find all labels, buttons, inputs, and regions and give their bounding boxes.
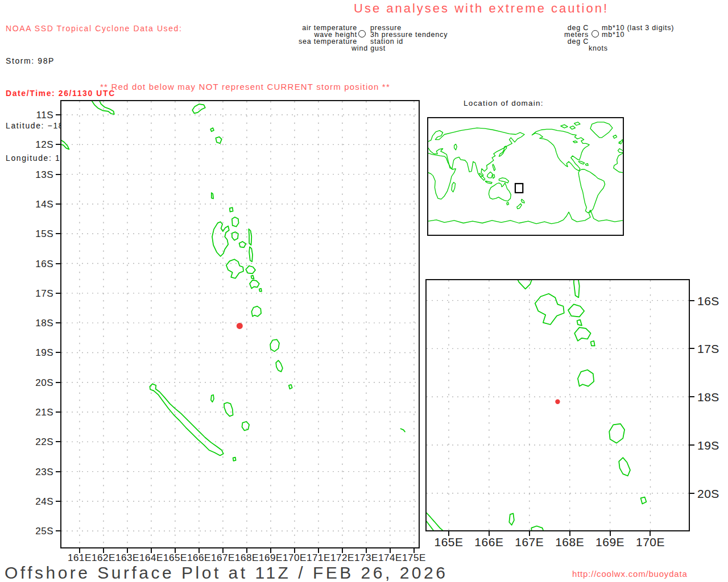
main-map-ytick (56, 263, 60, 264)
coastline-gaua (232, 232, 238, 240)
main-map-xtick-label: 166E (187, 552, 212, 564)
main-map-ytick (56, 382, 60, 383)
coastline-efate (578, 370, 594, 386)
coastline-rennell (61, 140, 69, 149)
storm-position-dot (555, 399, 560, 404)
units-circle-icon (592, 30, 599, 38)
main-map-xtick-label: 161E (67, 552, 92, 564)
main-map-ytick-label: 25S (27, 526, 53, 537)
world-inset-title: Location of domain: (464, 99, 544, 107)
world-coastline-japan (499, 146, 506, 156)
main-map-ytick-label: 12S (27, 139, 53, 151)
world-coastline-cuba (578, 161, 585, 164)
zoom-map-ytick (690, 300, 694, 301)
domain-box (515, 184, 523, 193)
world-coastline-africa (428, 153, 456, 199)
main-map-ytick (56, 293, 60, 294)
main-map-xtick-label: 175E (402, 552, 427, 564)
world-map (428, 118, 623, 235)
coastline-tanna (619, 458, 630, 476)
coastline-epi (574, 327, 590, 341)
zoom-map-ytick (690, 493, 694, 494)
coastline-islet-east (400, 429, 405, 431)
world-coastline-nz-north (521, 199, 524, 203)
coastline-malekula (226, 259, 243, 278)
coastline-mare (242, 422, 250, 431)
main-map-ytick (56, 174, 60, 175)
main-map-xtick-label: 173E (354, 552, 379, 564)
world-coastline-sulawesi (493, 174, 495, 178)
main-map-ytick-label: 14S (27, 199, 53, 210)
world-coastline-eurasia (428, 128, 524, 177)
world-coastline-caspian (454, 144, 457, 150)
zoom-map-xtick-label: 170E (633, 535, 667, 549)
world-coastline-new-guinea (499, 178, 508, 183)
storm-position-dot (237, 323, 243, 329)
zoom-map-xtick-label: 166E (472, 535, 506, 549)
coastline-epi (250, 280, 259, 289)
coastline-ouvea (211, 395, 214, 402)
main-map-ytick-label: 19S (27, 347, 53, 359)
main-map-ytick (56, 114, 60, 115)
zoom-map-frame (425, 279, 690, 531)
main-map-ytick-label: 24S (27, 496, 53, 508)
world-coastline-sumatra (479, 173, 485, 181)
legend-wind-gust: wind gust (323, 44, 414, 52)
coastline-new-caledonia (150, 384, 223, 455)
main-map-ytick (56, 501, 60, 502)
world-coastline-south-america (578, 169, 605, 213)
zoom-map-ytick-label: 16S (697, 294, 719, 308)
source-url: http://coolwx.com/buoydata (572, 569, 688, 579)
main-map-ytick-label: 17S (27, 288, 53, 300)
world-coastline-hispaniola (585, 164, 588, 165)
main-map-ytick (56, 471, 60, 472)
coastline-tongoa (259, 289, 262, 292)
zoom-map-xtick-label: 167E (512, 535, 547, 549)
world-coastline-philippines (493, 164, 495, 171)
main-map-xtick-label: 171E (306, 552, 331, 564)
zoom-map-ytick-label: 20S (697, 487, 719, 501)
coastline-malekula (535, 294, 564, 325)
legend-unit-mb10: mb*10 (602, 31, 624, 39)
zoom-map (427, 280, 689, 530)
legend-station-id: station id (370, 38, 403, 45)
world-coastline-antarctica (428, 210, 623, 224)
zoom-map-ytick-label: 18S (697, 390, 719, 404)
zoom-map-ytick-label: 17S (697, 342, 719, 356)
world-coastline-nz-south (517, 203, 522, 209)
coastline-pentecost (574, 280, 580, 298)
main-map-ytick (56, 144, 60, 145)
zoom-map-xtick-label: 169E (593, 535, 627, 549)
zoom-map-ytick (690, 348, 694, 349)
zoom-map-ytick (690, 444, 694, 446)
main-map-ytick (56, 233, 60, 234)
coastline-san-cristobal (92, 101, 114, 114)
world-coastline-borneo (487, 172, 493, 178)
world-coastline-australia (489, 183, 511, 201)
zoom-map-ytick-label: 19S (697, 439, 719, 452)
main-map-xtick-label: 164E (139, 552, 164, 564)
main-map-ytick-label: 23S (27, 467, 53, 478)
info-title: NOAA SSD Tropical Cyclone Data Used: (6, 23, 182, 34)
world-coastline-tasmania (507, 202, 509, 205)
coastline-ambrym (568, 304, 584, 317)
coastline-isle-of-pines (233, 458, 236, 461)
main-map-ytick-label: 16S (27, 259, 53, 270)
coastline-erromango (270, 339, 279, 351)
world-coastline-britain (621, 140, 623, 144)
coastline-paama (251, 276, 254, 279)
world-coastline-madagascar (452, 182, 456, 192)
main-map-frame (60, 100, 420, 548)
world-coastline-ireland (619, 142, 620, 143)
world-coastline-iberia (618, 149, 623, 153)
zoom-map-ytick (690, 396, 694, 397)
main-map-xtick-label: 163E (115, 552, 140, 564)
storm-position-warning: ** Red dot below may NOT represent CURRE… (100, 82, 390, 92)
main-map-ytick (56, 203, 60, 205)
main-map-ytick-label: 18S (27, 318, 53, 329)
coastline-espiritu-santo (511, 280, 540, 289)
coastline-maewo (249, 229, 251, 245)
main-map-ytick (56, 530, 60, 531)
coastline-pentecost (249, 247, 253, 261)
main-map-xtick-label: 165E (163, 552, 188, 564)
